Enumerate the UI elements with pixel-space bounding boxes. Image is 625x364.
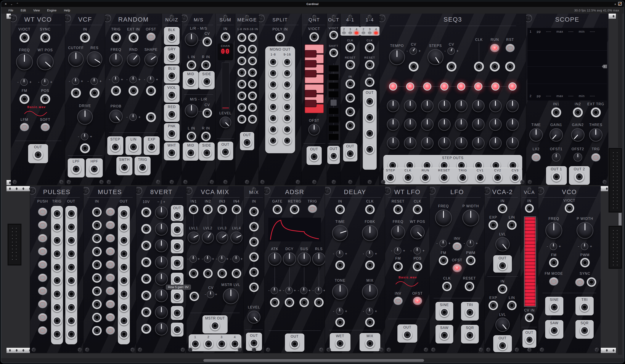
r-in-jack[interactable] [201,60,211,70]
pwm-cv-trim[interactable] [581,243,588,250]
split-out-jack[interactable] [283,102,292,111]
main-out-jack[interactable] [386,173,395,182]
side-out-jack[interactable] [202,148,212,158]
lvl1-cv-jack[interactable] [189,269,198,278]
voct-jack[interactable] [20,33,30,43]
module-sum[interactable]: SUM IN CHAN00 LEVEL OUT [215,14,236,185]
merge-in-jack[interactable] [238,45,247,54]
tri-out-jack[interactable] [580,302,589,312]
shift-jack[interactable] [329,48,338,57]
split-out-jack[interactable] [283,69,292,78]
out-jack[interactable] [67,222,76,232]
fm-cv-trim[interactable] [439,240,447,247]
octave-cell[interactable] [328,108,339,114]
ofst2-trim[interactable] [573,153,582,162]
level-knob[interactable] [219,116,231,128]
out-jack[interactable] [345,149,355,158]
gain-knob[interactable] [155,239,168,252]
mute-button[interactable] [106,313,115,321]
mute-button[interactable] [106,221,115,229]
lvl2-cv-jack[interactable] [203,269,213,278]
cv2-knob[interactable] [489,118,502,131]
lvl3-knob[interactable] [216,231,228,244]
pwm-cv-trim[interactable] [467,240,474,247]
fm-jack[interactable] [20,94,30,104]
main-out-jack[interactable] [439,173,449,182]
main-out-jack[interactable] [510,173,520,182]
sel-led-2[interactable] [362,31,365,34]
cv3-knob[interactable] [404,137,416,149]
split-out-jack[interactable] [269,80,278,89]
module-qnt[interactable]: QNT V/OCT OFST OUT [301,14,327,185]
octave-current[interactable] [331,100,337,106]
trig-jack[interactable] [52,209,62,218]
tempo-knob[interactable] [389,49,405,65]
tone-knob[interactable] [332,284,348,300]
in-jack[interactable] [92,273,102,283]
in-jack[interactable] [345,79,355,89]
ofst-knob[interactable] [308,124,320,136]
octave-cell[interactable] [328,134,339,140]
voct-jack[interactable] [329,31,338,40]
cv1-knob[interactable] [489,100,502,112]
trg-button[interactable] [591,153,600,162]
cv1-knob[interactable] [506,100,519,112]
split-out-jack[interactable] [283,114,292,123]
out-jack[interactable] [172,258,182,268]
clk-jack[interactable] [365,43,375,52]
out-jack[interactable] [128,142,138,152]
voct-jack[interactable] [309,32,319,42]
split-out-jack[interactable] [269,125,278,134]
out-jack[interactable] [365,145,375,154]
exp-jack[interactable] [489,301,498,310]
clk-jack[interactable] [413,205,422,214]
out-jack[interactable] [119,209,129,218]
time-cv-trim[interactable] [336,250,343,257]
rst-button[interactable] [506,44,515,52]
in-jack[interactable] [249,237,259,247]
out-jack[interactable] [67,249,76,258]
in-jack[interactable] [525,204,534,213]
atk-cv-trim[interactable] [271,287,278,294]
module-vco[interactable]: VCO V/OCT FREQ P WIDTH -+ -+ FM PWM FM M… [538,186,601,353]
ofst-button[interactable] [453,264,462,272]
lvl1-knob[interactable] [188,231,200,244]
res-knob[interactable] [87,51,102,67]
lvl2-cv-trim[interactable] [204,255,211,263]
split-out-jack[interactable] [269,69,278,78]
steps-knob[interactable] [428,49,443,65]
gain-knob[interactable] [155,306,168,319]
gain1-knob[interactable] [550,128,563,141]
step-light[interactable] [389,82,397,91]
cv1-knob[interactable] [421,100,434,112]
tempo-cv-trim[interactable] [409,47,417,55]
l-in-jack[interactable] [187,60,196,70]
tempo-cv-jack[interactable] [409,62,419,72]
sel-led-2[interactable] [342,31,346,34]
drive-cv-trim[interactable] [81,133,88,140]
main-out-jack[interactable] [458,173,468,182]
split-out-jack[interactable] [283,136,292,145]
mstr-cv-trim[interactable] [207,291,214,298]
wtpos-cv-trim[interactable] [41,79,48,86]
out-jack[interactable] [119,262,129,272]
out-jack[interactable] [221,147,230,157]
noise-out-jack[interactable] [167,129,177,138]
module-lfo[interactable]: LFO FREQ P WIDTH -+ -+ INV FM PWM OFST C… [429,186,485,353]
out-jack[interactable] [67,316,76,326]
in-jack[interactable] [365,77,375,87]
level-knob[interactable] [248,311,260,324]
pos-jack[interactable] [40,94,50,104]
gain-knob[interactable] [155,289,168,302]
lvl2-knob[interactable] [202,231,214,244]
out-jack[interactable] [67,289,76,299]
lr-ms-knob[interactable] [185,33,198,46]
time-knob[interactable] [332,225,348,241]
lvl-knob[interactable] [496,237,510,252]
sine-out-jack[interactable] [550,302,559,312]
cv-in-jack[interactable] [525,313,534,322]
split-out-jack[interactable] [283,91,292,100]
freq-knob[interactable] [391,225,405,239]
time-knob[interactable] [529,128,543,141]
module-vca[interactable]: VCA IN CV IN OUT [520,186,538,353]
